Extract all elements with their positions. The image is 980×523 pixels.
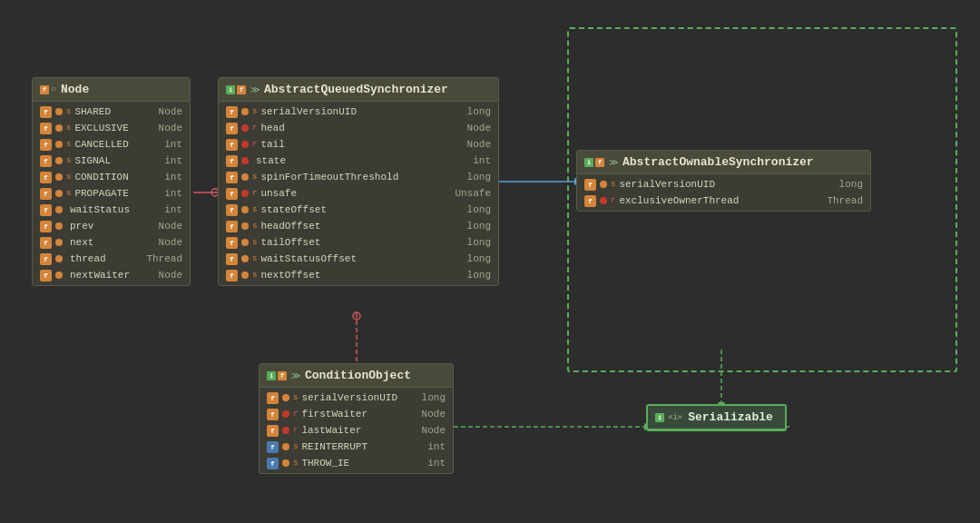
- field-modifier: s: [66, 107, 71, 116]
- field-type: long: [460, 270, 491, 281]
- field-name: tail: [260, 139, 456, 150]
- field-icon: f: [40, 221, 52, 232]
- field-type: Node: [460, 139, 491, 150]
- visibility-icon: [241, 190, 249, 197]
- visibility-icon: [241, 124, 249, 132]
- aos-class-box: i f ≫ AbstractOwnableSynchronizer f s se…: [576, 150, 871, 212]
- field-name: REINTERRUPT: [301, 441, 416, 452]
- field-name: SIGNAL: [74, 155, 153, 166]
- field-icon: f: [226, 139, 238, 151]
- field-name: nextWaiter: [70, 270, 148, 281]
- table-row: f s serialVersionUID long: [577, 176, 870, 192]
- visibility-icon: [55, 141, 63, 148]
- field-type: Node: [152, 270, 182, 281]
- field-name: SHARED: [74, 106, 147, 117]
- table-row: f r tail Node: [219, 136, 498, 153]
- table-row: f prev Node: [33, 218, 190, 234]
- table-row: f state int: [219, 153, 498, 169]
- aqs-class-box: i f ≫ AbstractQueuedSynchronizer f s ser…: [218, 77, 499, 286]
- visibility-icon: [282, 394, 289, 401]
- field-type: long: [460, 237, 491, 248]
- field-modifier: s: [252, 222, 257, 231]
- field-type: Node: [152, 123, 182, 133]
- visibility-icon: [241, 157, 249, 164]
- visibility-icon: [55, 124, 63, 132]
- field-type: Thread: [139, 253, 182, 264]
- field-icon: f: [226, 237, 238, 249]
- field-type: Node: [460, 123, 491, 133]
- visibility-icon: [241, 108, 249, 115]
- table-row: f r exclusiveOwnerThread Thread: [577, 192, 870, 209]
- field-icon: f: [40, 188, 52, 200]
- field-name: prev: [70, 221, 148, 232]
- field-type: Node: [152, 106, 182, 117]
- field-name: head: [260, 123, 456, 133]
- field-type: int: [157, 188, 182, 199]
- field-modifier: r: [252, 140, 257, 149]
- field-modifier: s: [252, 107, 257, 116]
- field-name: thread: [70, 253, 135, 264]
- table-row: f s THROW_IE int: [260, 455, 453, 471]
- field-type: Node: [152, 221, 182, 232]
- field-icon: f: [584, 179, 596, 191]
- field-type: long: [460, 106, 491, 117]
- field-icon: f: [267, 441, 279, 453]
- field-type: int: [466, 155, 491, 166]
- field-name: serialVersionUID: [260, 106, 456, 117]
- node-class-box: f ○ Node f s SHARED Node f s EXCLUSIVE N…: [32, 77, 191, 286]
- table-row: f s EXCLUSIVE Node: [33, 120, 190, 136]
- field-icon: f: [267, 458, 279, 469]
- visibility-icon: [282, 443, 289, 450]
- field-icon: f: [40, 106, 52, 118]
- visibility-icon: [282, 410, 289, 418]
- visibility-icon: [55, 190, 63, 197]
- field-name: tailOffset: [260, 237, 456, 248]
- field-type: int: [420, 458, 446, 469]
- field-name: serialVersionUID: [619, 179, 828, 190]
- condition-class-body: f s serialVersionUID long f r firstWaite…: [260, 388, 453, 473]
- serializable-interface-box: i «i» Serializable: [646, 404, 787, 431]
- serializable-title: Serializable: [688, 410, 773, 424]
- field-type: Node: [415, 425, 446, 436]
- ser-icon: i: [655, 413, 664, 422]
- field-modifier: s: [66, 156, 71, 165]
- field-type: long: [415, 392, 446, 403]
- serializable-header: i «i» Serializable: [648, 406, 785, 429]
- field-modifier: s: [66, 173, 71, 182]
- condition-class-title: ConditionObject: [305, 369, 411, 382]
- field-name: exclusiveOwnerThread: [619, 195, 816, 206]
- field-type: long: [832, 179, 863, 190]
- table-row: f s headOffset long: [219, 218, 498, 234]
- visibility-icon: [600, 197, 607, 204]
- node-visibility: ○: [51, 84, 56, 94]
- field-modifier: s: [66, 123, 71, 133]
- field-modifier: r: [252, 189, 257, 198]
- field-icon: f: [226, 188, 238, 200]
- field-type: int: [420, 441, 446, 452]
- visibility-icon: [55, 239, 63, 246]
- visibility-icon: [241, 173, 249, 181]
- condition-class-box: i f ≫ ConditionObject f s serialVersionU…: [259, 363, 454, 474]
- field-name: nextOffset: [260, 270, 456, 281]
- table-row: f next Node: [33, 234, 190, 251]
- field-icon: f: [226, 155, 238, 167]
- visibility-icon: [282, 459, 289, 467]
- visibility-icon: [55, 108, 63, 115]
- field-icon: f: [267, 392, 279, 404]
- field-type: Node: [415, 409, 446, 419]
- field-modifier: s: [66, 189, 71, 198]
- table-row: f s serialVersionUID long: [219, 104, 498, 120]
- field-modifier: r: [252, 123, 257, 133]
- field-modifier: s: [293, 459, 298, 468]
- aqs-stereotype: ≫: [250, 84, 260, 95]
- field-type: Unsafe: [447, 188, 491, 199]
- field-name: serialVersionUID: [301, 392, 410, 403]
- visibility-icon: [241, 271, 249, 279]
- field-icon: f: [226, 106, 238, 118]
- table-row: f s nextOffset long: [219, 267, 498, 283]
- field-icon: f: [40, 123, 52, 134]
- co-icon2: f: [278, 371, 287, 380]
- aqs-class-body: f s serialVersionUID long f r head Node …: [219, 102, 498, 285]
- field-modifier: r: [293, 426, 298, 435]
- visibility-icon: [55, 157, 63, 164]
